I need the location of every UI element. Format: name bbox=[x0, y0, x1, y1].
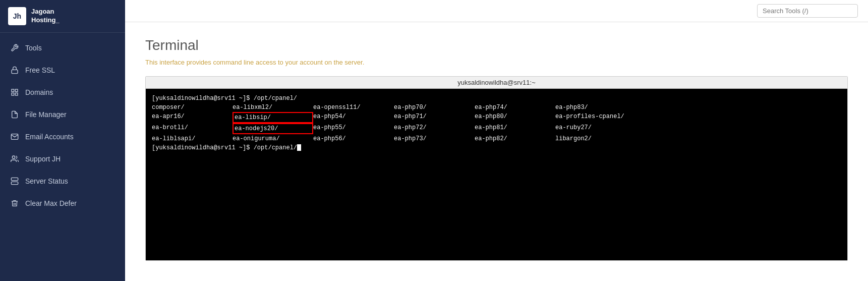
terminal-line-0: [yuksaldinowildha@srv11 ~]$ /opt/cpanel/ bbox=[152, 94, 841, 103]
grid-icon bbox=[10, 88, 19, 97]
page-title: Terminal bbox=[145, 37, 848, 53]
sidebar-item-server-status-label: Server Status bbox=[25, 177, 68, 185]
svg-rect-3 bbox=[15, 93, 18, 95]
file-icon bbox=[10, 110, 19, 119]
wrench-icon bbox=[10, 43, 19, 52]
sidebar-item-free-ssl-label: Free SSL bbox=[25, 66, 55, 74]
sidebar-nav: Tools Free SSL Domains bbox=[0, 33, 125, 281]
server-icon bbox=[10, 177, 19, 186]
sidebar-item-file-manager[interactable]: File Manager bbox=[0, 103, 125, 126]
terminal-line-1: composer/ ea-libxml2/ ea-openssl11/ ea-p… bbox=[152, 103, 841, 112]
sidebar-item-server-status[interactable]: Server Status bbox=[0, 170, 125, 192]
sidebar-logo: Jh JagoanHosting_ bbox=[0, 0, 125, 33]
page-content: Terminal This interface provides command… bbox=[125, 22, 868, 281]
terminal-line-4: ea-liblsapi/ ea-oniguruma/ ea-php56/ ea-… bbox=[152, 134, 841, 143]
logo-text: JagoanHosting_ bbox=[31, 8, 60, 25]
envelope-icon bbox=[10, 132, 19, 141]
svg-rect-6 bbox=[11, 178, 18, 180]
sidebar-item-email-accounts-label: Email Accounts bbox=[25, 133, 74, 141]
sidebar-item-clear-max-defer-label: Clear Max Defer bbox=[25, 199, 77, 207]
sidebar-item-tools-label: Tools bbox=[25, 44, 42, 52]
sidebar-item-file-manager-label: File Manager bbox=[25, 110, 67, 119]
sidebar-item-support-jh-label: Support JH bbox=[25, 155, 61, 163]
logo-initials: Jh bbox=[13, 12, 21, 20]
sidebar-item-tools[interactable]: Tools bbox=[0, 37, 125, 59]
terminal-line-2: ea-apr16/ ea-libsip/ ea-php54/ ea-php71/… bbox=[152, 112, 841, 123]
terminal-wrapper: yuksaldinowildha@srv11:~ [yuksaldinowild… bbox=[145, 76, 848, 261]
sidebar-item-domains[interactable]: Domains bbox=[0, 81, 125, 103]
sidebar-item-domains-label: Domains bbox=[25, 88, 53, 96]
sidebar: Jh JagoanHosting_ Tools Free SSL bbox=[0, 0, 125, 281]
svg-rect-2 bbox=[15, 89, 18, 92]
svg-point-5 bbox=[12, 156, 15, 158]
main-content: Terminal This interface provides command… bbox=[125, 0, 868, 281]
svg-rect-4 bbox=[12, 93, 14, 95]
terminal-titlebar: yuksaldinowildha@srv11:~ bbox=[146, 77, 847, 89]
lock-icon bbox=[10, 66, 19, 75]
svg-rect-7 bbox=[11, 182, 18, 184]
page-subtitle: This interface provides command line acc… bbox=[145, 59, 848, 66]
search-input[interactable] bbox=[757, 4, 858, 18]
terminal-line-3: ea-brotli/ ea-nodejs20/ ea-php55/ ea-php… bbox=[152, 123, 841, 134]
logo-box: Jh bbox=[8, 7, 26, 25]
people-icon bbox=[10, 154, 19, 163]
sidebar-item-support-jh[interactable]: Support JH bbox=[0, 148, 125, 170]
terminal-line-5: [yuksaldinowildha@srv11 ~]$ /opt/cpanel/ bbox=[152, 143, 841, 152]
sidebar-item-email-accounts[interactable]: Email Accounts bbox=[0, 126, 125, 148]
svg-rect-1 bbox=[12, 89, 14, 92]
svg-rect-0 bbox=[12, 70, 18, 73]
sidebar-item-clear-max-defer[interactable]: Clear Max Defer bbox=[0, 192, 125, 214]
terminal[interactable]: [yuksaldinowildha@srv11 ~]$ /opt/cpanel/… bbox=[146, 89, 847, 260]
topbar bbox=[125, 0, 868, 22]
sidebar-item-free-ssl[interactable]: Free SSL bbox=[0, 59, 125, 81]
trash-icon bbox=[10, 199, 19, 208]
